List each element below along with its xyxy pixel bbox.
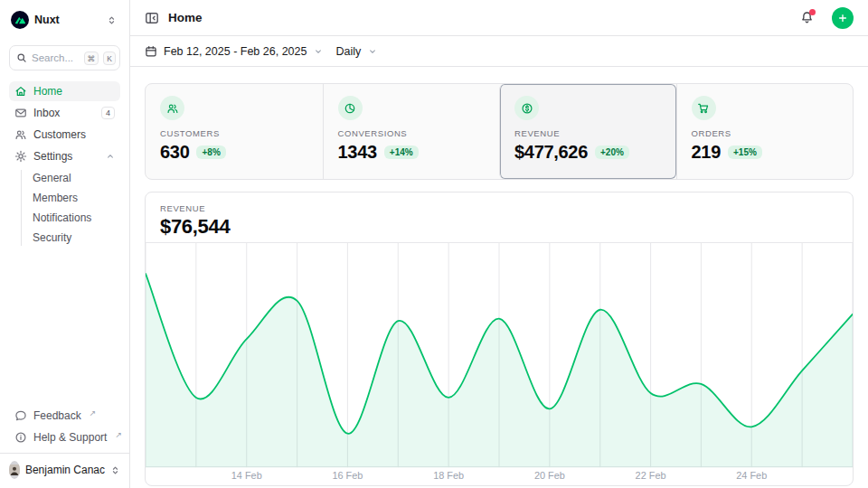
stat-card-customers[interactable]: CUSTOMERS630+8%: [146, 84, 323, 179]
chevron-down-icon: [314, 47, 323, 56]
sidebar-item-label: Settings: [33, 150, 99, 163]
sidebar-item-customers[interactable]: Customers: [9, 125, 120, 145]
notification-dot: [809, 9, 816, 15]
main-area: Home Feb 12, 2025 - Feb 26, 2025 Daily: [130, 0, 868, 488]
search-input[interactable]: Search... ⌘ K: [9, 45, 120, 70]
x-axis-tick: 14 Feb: [231, 470, 262, 481]
stat-value: 630: [160, 142, 189, 163]
stat-card-revenue[interactable]: REVENUE$477,626+20%: [499, 84, 676, 179]
app-window: Nuxt Search... ⌘ K HomeInbox4CustomersSe…: [0, 0, 868, 488]
sidebar-item-label: Home: [33, 85, 115, 98]
stat-delta-badge: +8%: [196, 145, 225, 159]
period-select[interactable]: Daily: [335, 45, 377, 58]
cart-icon: [692, 96, 716, 120]
sidebar-subitem-members[interactable]: Members: [21, 188, 120, 208]
chevron-up-down-icon: [110, 465, 120, 475]
sidebar-subitem-notifications[interactable]: Notifications: [21, 208, 120, 228]
pie-icon: [338, 96, 363, 120]
user-menu[interactable]: Benjamin Canac: [0, 453, 129, 481]
sidebar-item-label: Customers: [33, 128, 115, 141]
sidebar-footer: Feedback↗Help & Support↗ Benjamin Canac: [9, 406, 120, 481]
info-circle-icon: [14, 431, 27, 444]
inbox-icon: [14, 107, 27, 119]
period-value: Daily: [335, 45, 361, 58]
sidebar-item-label: Help & Support: [33, 431, 107, 444]
x-axis-tick: 16 Feb: [332, 470, 363, 481]
sidebar-subitem-security[interactable]: Security: [21, 228, 120, 248]
page-title: Home: [168, 11, 791, 24]
revenue-area-chart[interactable]: 14 Feb16 Feb18 Feb20 Feb22 Feb24 Feb: [146, 242, 853, 485]
x-axis-tick: 24 Feb: [736, 470, 767, 481]
sidebar-subitem-general[interactable]: General: [21, 168, 120, 188]
workspace-name: Nuxt: [34, 14, 101, 26]
stat-label: ORDERS: [692, 128, 839, 138]
top-header: Home: [130, 0, 868, 36]
chevron-up-down-icon: [107, 15, 117, 25]
x-axis-tick: 20 Feb: [534, 470, 565, 481]
users-icon: [14, 128, 27, 141]
stat-delta-badge: +20%: [595, 145, 629, 159]
filter-toolbar: Feb 12, 2025 - Feb 26, 2025 Daily: [130, 36, 868, 67]
stat-label: CUSTOMERS: [160, 128, 308, 138]
nuxt-logo: [11, 11, 29, 29]
sidebar-item-settings[interactable]: Settings: [9, 146, 120, 166]
sidebar-collapse-icon[interactable]: [145, 11, 159, 25]
sidebar-item-inbox[interactable]: Inbox4: [9, 103, 120, 123]
chart-label: REVENUE: [160, 203, 838, 213]
revenue-chart-card: REVENUE $76,544 14 Feb16 Feb18 Feb20 Feb…: [145, 192, 854, 486]
chevron-down-icon: [368, 47, 377, 56]
x-axis-tick: 18 Feb: [433, 470, 464, 481]
chevron-up-icon: [106, 152, 115, 161]
content: CUSTOMERS630+8%CONVERSIONS1343+14%REVENU…: [130, 67, 868, 488]
stat-delta-badge: +14%: [384, 145, 419, 159]
stat-card-orders[interactable]: ORDERS219+15%: [676, 84, 854, 179]
external-link-icon: ↗: [90, 408, 97, 418]
home-icon: [14, 85, 27, 98]
stat-value: 219: [692, 142, 721, 163]
date-range-picker[interactable]: Feb 12, 2025 - Feb 26, 2025: [145, 45, 323, 58]
chart-value: $76,544: [160, 215, 838, 239]
sidebar-nav: HomeInbox4CustomersSettingsGeneralMember…: [9, 81, 120, 248]
search-icon: [16, 52, 27, 63]
chart-header: REVENUE $76,544: [146, 192, 853, 239]
sidebar-item-help-support[interactable]: Help & Support↗: [9, 427, 120, 447]
kbd-k: K: [103, 52, 116, 65]
dollar-icon: [514, 96, 539, 120]
stat-delta-badge: +15%: [728, 145, 762, 159]
user-name: Benjamin Canac: [25, 464, 105, 476]
add-button[interactable]: [832, 7, 854, 29]
avatar: [9, 461, 20, 479]
chat-bubble-icon: [14, 409, 27, 422]
users-icon: [160, 96, 184, 120]
x-axis-tick: 22 Feb: [636, 470, 666, 481]
stat-value: 1343: [338, 142, 377, 163]
stat-card-conversions[interactable]: CONVERSIONS1343+14%: [323, 84, 500, 179]
kbd-cmd: ⌘: [84, 52, 99, 65]
sidebar-item-label: Inbox: [33, 107, 95, 119]
stats-row: CUSTOMERS630+8%CONVERSIONS1343+14%REVENU…: [145, 83, 854, 180]
settings-subnav: GeneralMembersNotificationsSecurity: [21, 168, 120, 248]
search-placeholder: Search...: [32, 52, 80, 63]
gear-icon: [14, 150, 27, 163]
workspace-switcher[interactable]: Nuxt: [9, 9, 120, 31]
stat-label: CONVERSIONS: [338, 128, 486, 138]
date-range-value: Feb 12, 2025 - Feb 26, 2025: [164, 45, 307, 58]
external-link-icon: ↗: [115, 430, 122, 439]
sidebar-item-home[interactable]: Home: [9, 81, 120, 101]
calendar-icon: [145, 45, 157, 58]
inbox-count-badge: 4: [101, 107, 115, 119]
sidebar-item-label: Feedback: [33, 409, 81, 422]
stat-value: $477,626: [514, 142, 588, 163]
sidebar: Nuxt Search... ⌘ K HomeInbox4CustomersSe…: [0, 0, 130, 488]
sidebar-item-feedback[interactable]: Feedback↗: [9, 406, 120, 426]
notifications-button[interactable]: [800, 11, 814, 24]
stat-label: REVENUE: [514, 128, 662, 138]
